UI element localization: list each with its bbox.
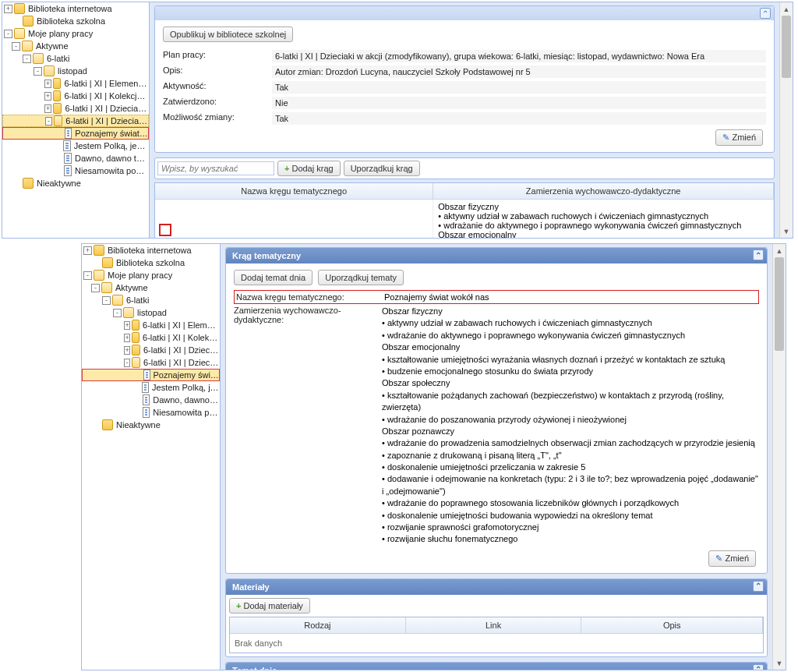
folder-icon [102, 419, 113, 430]
tree-item[interactable]: Poznajemy świat wokół... [2, 127, 149, 140]
tree-item[interactable]: Biblioteka szkolna [82, 256, 220, 269]
scrollbar-vertical[interactable]: ▲ ▼ [779, 2, 793, 238]
toggle-icon[interactable]: - [45, 117, 52, 126]
krag-grid: Nazwa kręgu tematycznego Zamierzenia wyc… [154, 182, 775, 238]
col-link[interactable]: Link [406, 617, 582, 633]
mozliwosc-value: Tak [272, 112, 766, 125]
folder-open-icon [44, 65, 55, 76]
tree-label: 6-latki | XI | Dzieciaki w akcji [65, 104, 149, 113]
tree-item[interactable]: +6-latki | XI | Kolekcja sześcio... [2, 90, 149, 102]
dodaj-krag-button[interactable]: +Dodaj krąg [277, 161, 341, 176]
top-panel: +Biblioteka internetowaBiblioteka szkoln… [2, 2, 793, 239]
info-panel: ⌃ Opublikuj w bibliotece szkolnej Plan p… [154, 5, 775, 153]
toggle-icon[interactable]: - [91, 284, 100, 292]
toggle-icon[interactable]: + [124, 334, 130, 342]
toggle-icon[interactable]: - [124, 359, 130, 367]
tree-label: Poznajemy świat wokół... [154, 370, 220, 380]
publish-button[interactable]: Opublikuj w bibliotece szkolnej [163, 27, 293, 42]
toggle-icon[interactable]: - [23, 55, 31, 63]
zatwierdzono-label: Zatwierdzono: [163, 97, 272, 109]
toggle-icon[interactable]: - [102, 296, 111, 305]
tree-item[interactable]: Niesamowita podróż w... [2, 164, 149, 177]
dodaj-materialy-button[interactable]: +Dodaj materiały [229, 598, 310, 614]
temat-dnia-header: Temat dnia ⌃ [226, 663, 767, 670]
toolbar: +Dodaj krąg Uporządkuj krąg [154, 157, 775, 179]
doc-icon [64, 165, 72, 176]
tree-item[interactable]: -Moje plany pracy [82, 269, 220, 281]
col-nazwa[interactable]: Nazwa kręgu tematycznego [155, 183, 433, 199]
scroll-up-icon[interactable]: ▲ [773, 244, 786, 257]
tree-item[interactable]: Nieaktywne [2, 177, 149, 189]
tree-item[interactable]: Dawno, dawno temu w... [82, 394, 220, 406]
zatwierdzono-value: Nie [272, 97, 766, 109]
uporzadkuj-krag-button[interactable]: Uporządkuj krąg [344, 161, 420, 176]
collapse-icon[interactable]: ⌃ [753, 249, 764, 260]
scrollbar-vertical[interactable]: ▲ ▼ [772, 244, 786, 670]
scroll-thumb[interactable] [782, 16, 791, 78]
search-input[interactable] [157, 161, 274, 175]
scroll-up-icon[interactable]: ▲ [780, 2, 793, 16]
toggle-icon[interactable]: + [44, 80, 51, 88]
tree-item[interactable]: +6-latki | XI | Elementarz sześ... [2, 77, 149, 90]
tree-item[interactable]: Niesamowita podróż w... [82, 406, 220, 419]
tree-item[interactable]: -Aktywne [2, 40, 149, 52]
collapse-icon[interactable]: ⌃ [760, 8, 771, 19]
toggle-icon[interactable]: + [83, 246, 92, 255]
scroll-down-icon[interactable]: ▼ [780, 225, 793, 238]
tree-item[interactable]: -6-latki | XI | Dzieciaki w ak... [82, 356, 220, 369]
tree-item[interactable]: -6-latki | XI | Dzieciaki w ak... [2, 115, 149, 127]
toggle-icon[interactable]: - [113, 309, 122, 317]
collapse-icon[interactable]: ⌃ [753, 581, 764, 592]
folder-open-icon [112, 295, 123, 306]
scroll-down-icon[interactable]: ▼ [773, 656, 786, 670]
nazwa-kregu-label: Nazwa kręgu tematycznego: [236, 292, 384, 302]
toggle-icon[interactable]: + [44, 92, 51, 101]
collapse-icon[interactable]: ⌃ [753, 664, 764, 670]
tree-label: Poznajemy świat wokół... [75, 129, 148, 138]
zamierzenia-value: Obszar fizyczny • aktywny udział w zabaw… [382, 306, 759, 546]
tree-item[interactable]: +6-latki | XI | Dzieciaki w akcji [2, 102, 149, 115]
tree-item[interactable]: Poznajemy świat wokół... [82, 369, 220, 381]
tree-item[interactable]: Biblioteka szkolna [2, 15, 149, 27]
dodaj-temat-button[interactable]: Dodaj temat dnia [234, 270, 312, 285]
doc-icon [142, 382, 149, 393]
tree-item[interactable]: +6-latki | XI | Kolekcja sześcio... [82, 331, 220, 344]
toggle-icon[interactable]: + [124, 321, 130, 330]
tree-area-1: +Biblioteka internetowaBiblioteka szkoln… [2, 2, 150, 238]
toggle-icon[interactable]: - [83, 271, 92, 280]
tree-item[interactable]: -Moje plany pracy [2, 27, 149, 40]
tree-item[interactable]: -6-latki [2, 52, 149, 65]
toggle-icon[interactable]: - [12, 42, 20, 51]
tree-item[interactable]: -6-latki [82, 294, 220, 306]
tree-item[interactable]: Jestem Polką, jestem Po... [82, 381, 220, 394]
tree-item[interactable]: -listopad [2, 65, 149, 77]
toggle-icon[interactable]: - [4, 30, 12, 38]
plan-value: 6-latki | XI | Dzieciaki w akcji (zmodyf… [272, 50, 766, 62]
tree-item[interactable]: -Aktywne [82, 281, 220, 294]
scroll-thumb[interactable] [775, 257, 784, 351]
tree-label: Dawno, dawno temu w... [153, 395, 220, 405]
toggle-icon[interactable]: + [124, 346, 130, 355]
tree-item[interactable]: +Biblioteka internetowa [82, 244, 220, 256]
tree-item[interactable]: Jestem Polką, jestem Po... [2, 140, 149, 152]
content-area-2: ▲ ▼ Krąg tematyczny ⌃ Dodaj temat dnia U… [221, 244, 786, 670]
zmien-button[interactable]: ✎Zmień [708, 550, 756, 567]
tree-item[interactable]: Nieaktywne [82, 419, 220, 431]
tree-item[interactable]: +6-latki | XI | Elementarz sześ... [82, 319, 220, 331]
tree-label: 6-latki [126, 295, 149, 305]
zmien-button[interactable]: ✎Zmień [715, 129, 763, 146]
tree-item[interactable]: +6-latki | XI | Dzieciaki w akcji [82, 344, 220, 356]
toggle-icon[interactable]: + [44, 104, 51, 113]
tree-item[interactable]: -listopad [82, 306, 220, 319]
grid-row[interactable]: Poznajemy świat wokół nas Obszar fizyczn… [155, 200, 774, 238]
col-rodzaj[interactable]: Rodzaj [230, 617, 406, 633]
col-opis[interactable]: Opis [581, 617, 763, 633]
toggle-icon[interactable]: + [4, 5, 12, 13]
uporzadkuj-tematy-button[interactable]: Uporządkuj tematy [318, 270, 404, 285]
tree-label: Dawno, dawno temu w... [75, 154, 149, 163]
toggle-icon[interactable]: - [34, 67, 42, 76]
tree-item[interactable]: +Biblioteka internetowa [2, 2, 149, 15]
tree-item[interactable]: Dawno, dawno temu w... [2, 152, 149, 164]
col-zamierzenia[interactable]: Zamierzenia wychowawczo-dydaktyczne [433, 183, 774, 199]
info-header: ⌃ [155, 6, 774, 20]
